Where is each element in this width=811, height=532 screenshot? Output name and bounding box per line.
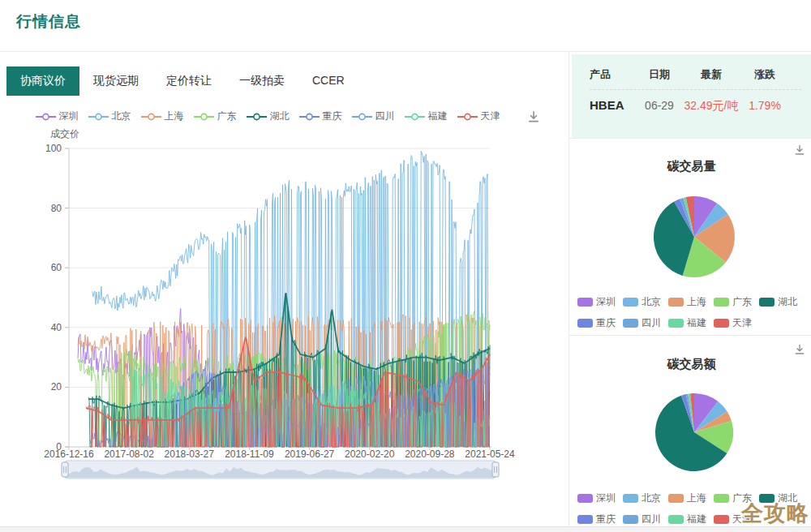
legend-item-湖北[interactable]: 湖北 [247, 109, 290, 123]
legend-label: 福建 [687, 316, 706, 330]
legend-item-深圳[interactable]: 深圳 [36, 109, 79, 123]
datazoom-handle-left[interactable] [62, 462, 68, 477]
datazoom-handle-right[interactable] [492, 462, 499, 477]
tab-定价转让[interactable]: 定价转让 [152, 66, 225, 96]
quote-header-change: 涨跌 [740, 67, 789, 82]
legend-item-四川[interactable]: 四川 [623, 316, 668, 330]
quote-data-row: HBEA 06-29 32.49元/吨 1.79% [590, 98, 801, 114]
legend-label: 广东 [732, 295, 752, 309]
tab-协商议价[interactable]: 协商议价 [6, 66, 79, 96]
y-tick-label: 20 [51, 381, 62, 393]
legend-swatch [577, 515, 593, 524]
y-tick-label: 60 [51, 262, 62, 273]
line-circle-marker [405, 113, 425, 121]
line-circle-marker [88, 113, 109, 121]
x-tick-label: 2016-12-16 [44, 448, 94, 460]
legend-item-广东[interactable]: 广东 [714, 295, 759, 309]
legend-label: 重庆 [596, 513, 616, 526]
tab-一级拍卖[interactable]: 一级拍卖 [225, 66, 298, 96]
legend-item-天津[interactable]: 天津 [457, 109, 500, 123]
y-tick-label: 100 [45, 143, 62, 154]
legend-label: 北京 [112, 109, 131, 123]
price-chart-legend: 深圳北京上海广东湖北重庆四川福建天津 [32, 109, 503, 123]
quote-header-date: 日期 [637, 67, 682, 82]
section-divider-1 [569, 138, 811, 139]
quote-header-row: 产品 日期 最新 涨跌 [590, 67, 801, 82]
legend-item-广东[interactable]: 广东 [194, 109, 237, 123]
tab-CCER[interactable]: CCER [298, 66, 358, 96]
x-tick-label: 2017-08-02 [104, 448, 154, 460]
legend-label: 重庆 [596, 316, 616, 330]
x-tick-label: 2021-05-24 [465, 448, 515, 460]
legend-swatch [714, 298, 729, 307]
y-tick-label: 80 [51, 203, 62, 214]
download-button-volume-pie[interactable] [793, 144, 808, 158]
legend-item-北京[interactable]: 北京 [623, 491, 668, 505]
legend-item-福建[interactable]: 福建 [668, 316, 714, 330]
quote-card: 产品 日期 最新 涨跌 HBEA 06-29 32.49元/吨 1.79% [572, 54, 811, 138]
legend-item-重庆[interactable]: 重庆 [577, 316, 623, 330]
download-icon [526, 109, 541, 124]
legend-label: 北京 [642, 491, 661, 505]
legend-label: 上海 [165, 109, 184, 123]
legend-swatch [668, 298, 684, 307]
tab-现货远期[interactable]: 现货远期 [79, 66, 152, 96]
legend-label: 福建 [687, 513, 706, 526]
legend-item-四川[interactable]: 四川 [623, 513, 668, 526]
legend-item-深圳[interactable]: 深圳 [577, 295, 623, 309]
line-circle-marker [299, 113, 320, 121]
download-icon [793, 144, 806, 157]
x-tick-label: 2020-09-28 [405, 448, 455, 460]
legend-item-重庆[interactable]: 重庆 [577, 513, 623, 526]
legend-item-福建[interactable]: 福建 [405, 109, 448, 123]
legend-swatch [623, 319, 638, 328]
quote-change-pct: 1.79% [740, 99, 789, 112]
x-tick-label: 2018-11-09 [225, 448, 274, 460]
legend-item-上海[interactable]: 上海 [668, 295, 714, 309]
legend-label: 北京 [642, 295, 661, 309]
bottom-strip [0, 527, 811, 532]
legend-swatch [668, 319, 684, 328]
header-divider [0, 51, 811, 52]
legend-item-重庆[interactable]: 重庆 [299, 109, 342, 123]
legend-label: 天津 [732, 316, 752, 330]
line-circle-marker [457, 113, 478, 121]
legend-item-四川[interactable]: 四川 [352, 109, 395, 123]
x-tick-label: 2018-03-27 [165, 448, 215, 460]
legend-swatch [714, 319, 729, 328]
legend-item-北京[interactable]: 北京 [623, 295, 668, 309]
legend-label: 天津 [481, 109, 500, 123]
x-tick-label: 2019-06-27 [285, 448, 335, 460]
legend-item-天津[interactable]: 天津 [714, 316, 759, 330]
line-circle-marker [352, 113, 372, 121]
legend-item-上海[interactable]: 上海 [141, 109, 184, 123]
legend-label: 深圳 [596, 491, 616, 505]
legend-swatch [759, 298, 775, 307]
legend-label: 四川 [642, 513, 661, 526]
volume-pie-chart[interactable] [572, 195, 811, 281]
legend-item-上海[interactable]: 上海 [668, 491, 714, 505]
legend-swatch [623, 515, 638, 524]
legend-label: 福建 [428, 109, 448, 123]
legend-item-深圳[interactable]: 深圳 [577, 491, 623, 505]
legend-swatch [577, 494, 593, 503]
volume-pie-title: 碳交易量 [572, 159, 811, 174]
watermark: 全攻略 [741, 499, 809, 528]
price-chart[interactable]: 0204060801002016-12-162017-08-022018-03-… [0, 136, 568, 487]
quote-product: HBEA [590, 98, 637, 112]
legend-label: 广东 [217, 109, 237, 123]
legend-item-湖北[interactable]: 湖北 [759, 295, 805, 309]
section-divider-2 [569, 335, 811, 336]
download-button-value-pie[interactable] [793, 343, 808, 358]
quote-header-latest: 最新 [682, 67, 740, 82]
quote-date: 06-29 [637, 99, 682, 112]
legend-swatch [577, 319, 593, 328]
download-button-price-chart[interactable] [526, 109, 541, 124]
line-circle-marker [141, 113, 161, 121]
legend-label: 湖北 [778, 295, 797, 309]
legend-item-北京[interactable]: 北京 [88, 109, 131, 123]
tab-bar: 协商议价现货远期定价转让一级拍卖CCER [6, 66, 358, 96]
value-pie-chart[interactable] [572, 392, 811, 474]
legend-item-福建[interactable]: 福建 [668, 513, 714, 526]
line-circle-marker [247, 113, 267, 121]
